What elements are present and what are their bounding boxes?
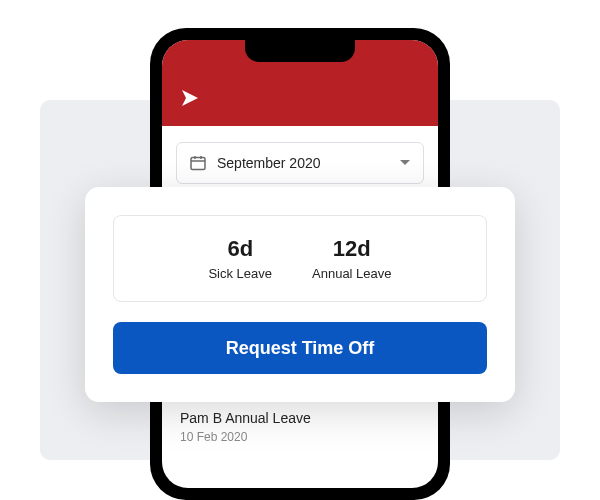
- balance-value: 12d: [312, 236, 392, 262]
- balance-sick-leave: 6d Sick Leave: [208, 236, 272, 281]
- balance-value: 6d: [208, 236, 272, 262]
- month-picker[interactable]: September 2020: [176, 142, 424, 184]
- app-header: [162, 40, 438, 126]
- balance-label: Annual Leave: [312, 266, 392, 281]
- chevron-logo-icon: [180, 86, 210, 110]
- month-label: September 2020: [217, 155, 389, 171]
- calendar-icon: [189, 154, 207, 172]
- list-item[interactable]: Pam B Annual Leave 10 Feb 2020: [162, 398, 438, 456]
- balances-row: 6d Sick Leave 12d Annual Leave: [113, 215, 487, 302]
- balance-annual-leave: 12d Annual Leave: [312, 236, 392, 281]
- button-label: Request Time Off: [226, 338, 375, 358]
- phone-notch: [245, 40, 355, 62]
- svg-rect-0: [191, 158, 205, 170]
- balance-label: Sick Leave: [208, 266, 272, 281]
- event-title: Pam B Annual Leave: [180, 410, 420, 426]
- summary-card: 6d Sick Leave 12d Annual Leave Request T…: [85, 187, 515, 402]
- event-date: 10 Feb 2020: [180, 430, 420, 444]
- request-time-off-button[interactable]: Request Time Off: [113, 322, 487, 374]
- chevron-down-icon: [399, 159, 411, 167]
